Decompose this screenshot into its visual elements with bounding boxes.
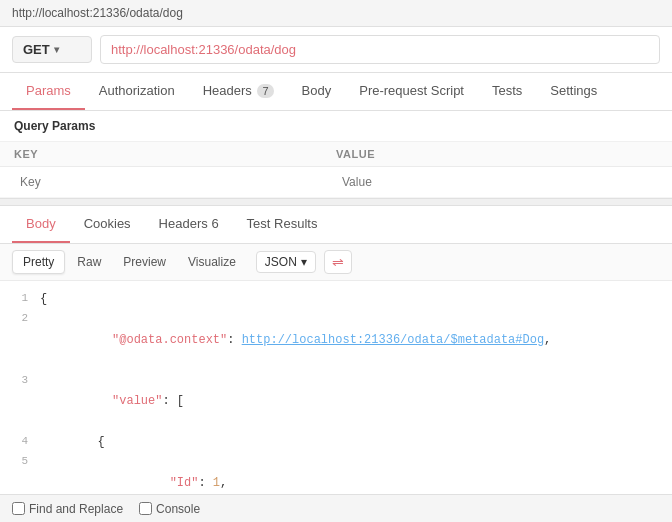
code-line: 1 {: [0, 289, 672, 309]
bottom-bar: Find and Replace Console: [0, 494, 672, 522]
format-json-label: JSON: [265, 255, 297, 269]
console-label: Console: [156, 502, 200, 516]
col-value-header: VALUE: [336, 148, 658, 160]
headers-badge: 7: [257, 84, 273, 98]
method-select[interactable]: GET ▾: [12, 36, 92, 63]
line-num: 2: [0, 309, 40, 328]
line-num: 1: [0, 289, 40, 308]
tab-prerequest[interactable]: Pre-request Script: [345, 73, 478, 110]
code-area: 1 { 2 "@odata.context": http://localhost…: [0, 281, 672, 522]
find-replace-checkbox[interactable]: [12, 502, 25, 515]
key-input[interactable]: [14, 171, 336, 193]
code-line: 3 "value": [: [0, 371, 672, 432]
response-tab-headers[interactable]: Headers 6: [145, 206, 233, 243]
query-params-header: Query Params: [0, 111, 672, 142]
fmt-raw[interactable]: Raw: [67, 251, 111, 273]
url-text: http://localhost:21336/odata/dog: [12, 6, 183, 20]
request-row: GET ▾: [0, 27, 672, 73]
wrap-icon: ⇌: [332, 254, 344, 270]
response-tabs: Body Cookies Headers 6 Test Results: [0, 206, 672, 244]
params-row: [0, 167, 672, 198]
response-tab-body[interactable]: Body: [12, 206, 70, 243]
console-checkbox[interactable]: [139, 502, 152, 515]
tab-headers[interactable]: Headers 7: [189, 73, 288, 110]
tab-authorization[interactable]: Authorization: [85, 73, 189, 110]
response-headers-badge: 6: [211, 216, 218, 231]
code-line: 2 "@odata.context": http://localhost:213…: [0, 309, 672, 370]
format-toolbar: Pretty Raw Preview Visualize JSON ▾ ⇌: [0, 244, 672, 281]
line-content: "@odata.context": http://localhost:21336…: [40, 309, 672, 370]
format-json-select[interactable]: JSON ▾: [256, 251, 316, 273]
params-table-header: KEY VALUE: [0, 142, 672, 167]
line-num: 3: [0, 371, 40, 390]
line-num: 5: [0, 452, 40, 471]
chevron-down-icon: ▾: [54, 44, 59, 55]
response-tab-cookies[interactable]: Cookies: [70, 206, 145, 243]
url-input[interactable]: [100, 35, 660, 64]
line-content: {: [40, 432, 672, 452]
section-divider: [0, 198, 672, 206]
tab-params[interactable]: Params: [12, 73, 85, 110]
wrap-button[interactable]: ⇌: [324, 250, 352, 274]
find-replace-item[interactable]: Find and Replace: [12, 502, 123, 516]
value-input[interactable]: [336, 171, 658, 193]
request-tabs: Params Authorization Headers 7 Body Pre-…: [0, 73, 672, 111]
line-content: "value": [: [40, 371, 672, 432]
tab-tests[interactable]: Tests: [478, 73, 536, 110]
line-num: 4: [0, 432, 40, 451]
tab-body[interactable]: Body: [288, 73, 346, 110]
fmt-pretty[interactable]: Pretty: [12, 250, 65, 274]
fmt-visualize[interactable]: Visualize: [178, 251, 246, 273]
method-label: GET: [23, 42, 50, 57]
tab-settings[interactable]: Settings: [536, 73, 611, 110]
code-line: 4 {: [0, 432, 672, 452]
response-tab-testresults[interactable]: Test Results: [233, 206, 332, 243]
url-bar: http://localhost:21336/odata/dog: [0, 0, 672, 27]
col-key-header: KEY: [14, 148, 336, 160]
fmt-preview[interactable]: Preview: [113, 251, 176, 273]
find-replace-label: Find and Replace: [29, 502, 123, 516]
chevron-down-icon: ▾: [301, 255, 307, 269]
console-item[interactable]: Console: [139, 502, 200, 516]
line-content: {: [40, 289, 672, 309]
